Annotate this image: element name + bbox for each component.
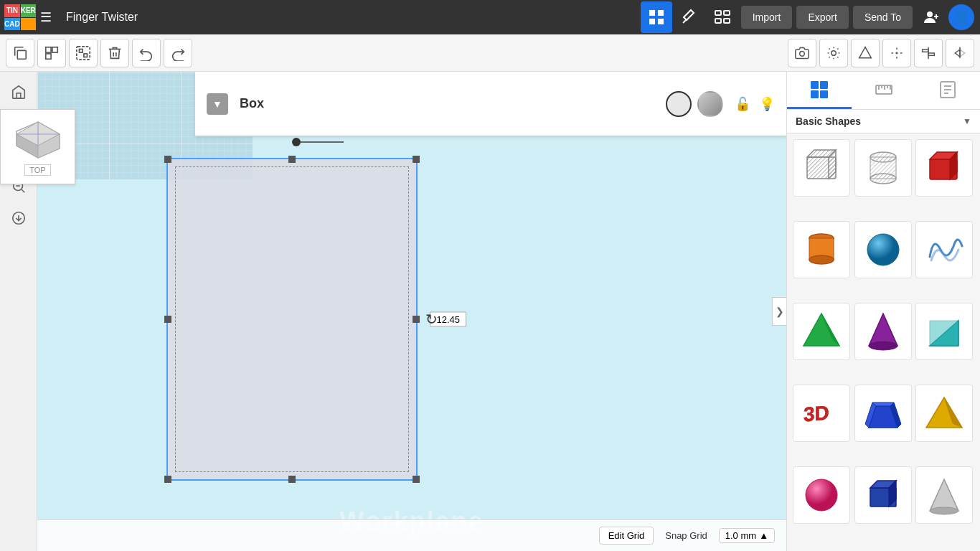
project-title[interactable]: Finger Twister: [57, 11, 146, 24]
shapes-category-dropdown[interactable]: Basic Shapes: [796, 116, 963, 127]
shape-box-striped[interactable]: [793, 139, 850, 197]
right-panel-tabs: [787, 72, 980, 110]
svg-rect-15: [84, 53, 88, 57]
list-view-icon[interactable]: ☰: [34, 9, 57, 25]
shape-sphere-pink[interactable]: [793, 466, 850, 524]
svg-point-8: [927, 11, 933, 17]
export-button[interactable]: Export: [796, 6, 848, 29]
color-swatch-gradient[interactable]: [697, 91, 723, 117]
svg-point-71: [867, 234, 899, 265]
shape-button[interactable]: [851, 39, 880, 67]
shape-pyramid-green[interactable]: [793, 303, 850, 360]
download-button[interactable]: [4, 204, 33, 232]
color-swatch-solid[interactable]: [666, 91, 692, 117]
svg-point-18: [896, 52, 897, 54]
copy-grouped-button[interactable]: [37, 39, 66, 67]
snap-grid-value-text: 1.0 mm: [725, 530, 756, 541]
svg-point-70: [809, 255, 834, 264]
shape-cylinder-orange[interactable]: [793, 221, 850, 278]
undo-button[interactable]: [132, 39, 161, 67]
shape-cone-gray[interactable]: [915, 466, 973, 524]
collapse-right-panel-button[interactable]: ❯: [772, 297, 786, 326]
send-to-button[interactable]: Send To: [853, 6, 913, 29]
svg-marker-83: [872, 402, 894, 406]
svg-rect-20: [923, 50, 928, 52]
light-button[interactable]: [819, 39, 848, 67]
import-button[interactable]: Import: [741, 6, 793, 29]
shape-cone-purple[interactable]: [854, 303, 912, 360]
height-handle[interactable]: [292, 138, 344, 146]
handle-bottom-right[interactable]: [413, 476, 420, 483]
redo-button[interactable]: [164, 39, 192, 67]
rotate-arrow[interactable]: ↻: [425, 311, 438, 328]
bottom-bar: Edit Grid Snap Grid 1.0 mm ▲: [37, 519, 786, 551]
shape-prism-blue[interactable]: [854, 385, 912, 442]
add-person-button[interactable]: [915, 1, 947, 33]
handle-bottom-mid[interactable]: [288, 476, 296, 483]
user-avatar[interactable]: 👤: [948, 4, 974, 30]
handle-mid-right[interactable]: [413, 316, 420, 323]
handle-mid-left[interactable]: [164, 316, 171, 323]
handle-bottom-left[interactable]: [164, 476, 171, 483]
mirror-button[interactable]: [946, 39, 974, 67]
measure-button[interactable]: [882, 39, 911, 67]
navbar: TIN KER CAD ☰ Finger Twister Import Expo…: [0, 0, 980, 34]
snap-grid-value[interactable]: 1.0 mm ▲: [719, 528, 775, 543]
shape-wedge-teal[interactable]: [915, 303, 973, 360]
svg-rect-44: [820, 81, 828, 89]
shape-box-blue-dark[interactable]: [854, 466, 912, 524]
shape-cylinder-striped[interactable]: [854, 139, 912, 197]
shape-scribble-blue[interactable]: [915, 221, 973, 278]
3d-view-icon[interactable]: [641, 1, 672, 33]
tab-notes[interactable]: [915, 72, 980, 109]
svg-rect-14: [80, 49, 83, 52]
svg-rect-2: [649, 19, 655, 24]
align-button[interactable]: [914, 39, 943, 67]
selected-object[interactable]: 12.45 ↻: [166, 158, 418, 481]
right-panel: Basic Shapes ▼: [786, 72, 980, 551]
svg-marker-74: [869, 314, 897, 346]
home-button[interactable]: [4, 77, 33, 106]
svg-point-64: [870, 174, 896, 184]
props-dropdown[interactable]: ▼: [207, 93, 228, 115]
handle-top-mid[interactable]: [288, 156, 296, 163]
tab-ruler[interactable]: [852, 72, 916, 109]
shape-sphere-blue[interactable]: [854, 221, 912, 278]
visibility-icon[interactable]: 💡: [759, 96, 775, 112]
lock-icon[interactable]: 🔓: [735, 96, 750, 112]
build-icon[interactable]: [674, 1, 705, 33]
svg-rect-21: [928, 53, 934, 55]
group-button[interactable]: [69, 39, 98, 67]
svg-rect-11: [52, 47, 57, 52]
copy-button[interactable]: [6, 39, 34, 67]
view-panel[interactable]: TOP: [0, 109, 75, 184]
svg-rect-13: [77, 46, 90, 59]
canvas-area[interactable]: ▼ Box 🔓 💡: [37, 72, 786, 551]
svg-marker-77: [930, 321, 958, 346]
height-line: [301, 141, 344, 143]
tab-shapes[interactable]: [787, 72, 852, 109]
codeblocks-icon[interactable]: [707, 1, 738, 33]
logo-bl: CAD: [4, 18, 20, 31]
properties-panel: ▼ Box 🔓 💡: [195, 72, 786, 136]
svg-rect-0: [649, 10, 655, 16]
delete-button[interactable]: [100, 39, 129, 67]
3d-view-box: [13, 118, 63, 161]
svg-rect-45: [811, 90, 819, 98]
shapes-dropdown-arrow: ▼: [963, 116, 971, 126]
svg-rect-46: [820, 90, 828, 98]
handle-top-left[interactable]: [164, 156, 171, 163]
logo[interactable]: TIN KER CAD: [0, 0, 34, 34]
handle-top-right[interactable]: [413, 156, 420, 163]
svg-point-86: [806, 479, 837, 511]
logo-tl: TIN: [4, 4, 20, 17]
navbar-right: Import Export Send To 👤: [641, 1, 980, 33]
svg-rect-5: [724, 11, 730, 15]
camera-button[interactable]: [788, 39, 816, 67]
shapes-grid: 3D 3D: [787, 133, 980, 551]
shape-pyramid-yellow[interactable]: [915, 385, 973, 442]
edit-grid-button[interactable]: Edit Grid: [599, 527, 654, 545]
shape-text-3d[interactable]: 3D 3D: [793, 385, 850, 442]
shape-box-red[interactable]: [915, 139, 973, 197]
selected-box-inner[interactable]: 12.45 ↻: [166, 158, 418, 481]
